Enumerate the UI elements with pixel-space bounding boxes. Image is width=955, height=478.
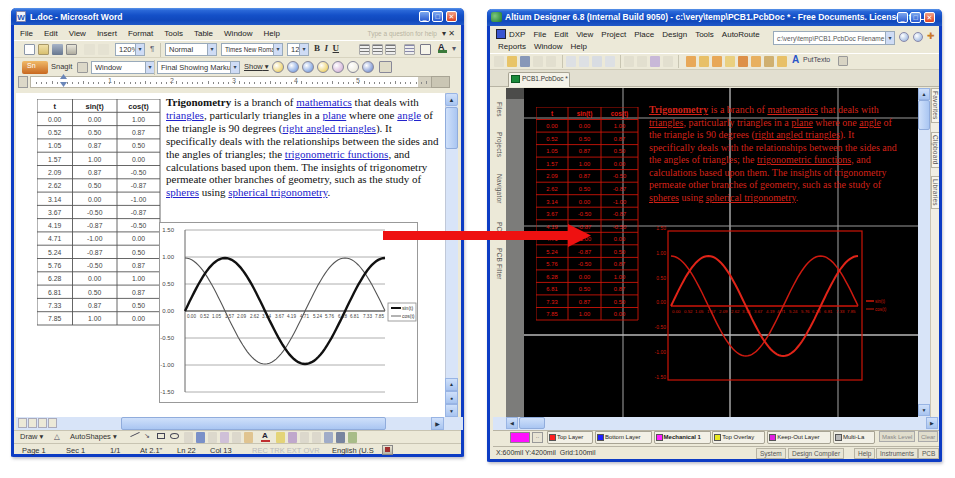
svg-text:-0.50: -0.50 <box>655 324 667 330</box>
svg-text:-0.50: -0.50 <box>578 261 591 267</box>
svg-text:4.19: 4.19 <box>766 309 775 314</box>
svg-text:0.52: 0.52 <box>200 314 209 319</box>
svg-text:-1.00: -1.00 <box>160 362 174 368</box>
svg-text:0.50: 0.50 <box>132 249 145 256</box>
svg-text:4.19: 4.19 <box>287 314 296 319</box>
svg-text:2.09: 2.09 <box>48 169 61 176</box>
svg-text:2.62: 2.62 <box>546 186 557 192</box>
svg-text:3.67: 3.67 <box>754 309 763 314</box>
svg-text:0.00: 0.00 <box>132 315 145 322</box>
svg-text:0.87: 0.87 <box>579 148 590 154</box>
svg-text:1.00: 1.00 <box>88 156 101 163</box>
svg-text:5.24: 5.24 <box>313 314 322 319</box>
svg-text:0.00: 0.00 <box>579 123 590 129</box>
svg-text:-1.00: -1.00 <box>87 235 103 242</box>
svg-text:-0.87: -0.87 <box>613 186 626 192</box>
svg-text:0.87: 0.87 <box>614 261 625 267</box>
svg-text:0.00: 0.00 <box>546 123 557 129</box>
svg-text:sin(t): sin(t) <box>577 110 593 118</box>
svg-text:0.00: 0.00 <box>48 116 61 123</box>
svg-text:0.00: 0.00 <box>132 235 145 242</box>
svg-text:0.00: 0.00 <box>656 299 666 305</box>
svg-text:sin(t): sin(t) <box>86 102 105 111</box>
svg-text:1.05: 1.05 <box>212 314 221 319</box>
svg-text:0.00: 0.00 <box>579 274 590 280</box>
svg-text:0.87: 0.87 <box>88 142 101 149</box>
svg-text:0.00: 0.00 <box>162 308 174 314</box>
svg-text:4.71: 4.71 <box>546 236 557 242</box>
svg-text:0.00: 0.00 <box>579 199 590 205</box>
svg-text:-1.00: -1.00 <box>655 349 667 355</box>
svg-text:0.00: 0.00 <box>672 309 681 314</box>
svg-text:1.00: 1.00 <box>614 123 625 129</box>
svg-text:0.50: 0.50 <box>614 148 625 154</box>
svg-text:7.33: 7.33 <box>836 309 845 314</box>
svg-text:0.87: 0.87 <box>88 169 101 176</box>
svg-text:-0.50: -0.50 <box>578 211 591 217</box>
svg-text:0.00: 0.00 <box>614 311 625 317</box>
svg-text:-0.87: -0.87 <box>613 211 626 217</box>
svg-text:2.62: 2.62 <box>250 314 259 319</box>
svg-text:cos(t): cos(t) <box>128 102 149 111</box>
svg-text:1.50: 1.50 <box>656 225 666 231</box>
svg-text:1.00: 1.00 <box>579 161 590 167</box>
svg-text:5.76: 5.76 <box>48 262 61 269</box>
svg-text:-0.87: -0.87 <box>578 224 591 230</box>
svg-text:cos(t): cos(t) <box>611 110 628 118</box>
svg-text:6.81: 6.81 <box>546 286 557 292</box>
svg-text:-0.87: -0.87 <box>131 182 147 189</box>
svg-text:1.00: 1.00 <box>162 254 174 260</box>
svg-text:0.00: 0.00 <box>88 275 101 282</box>
svg-text:3.14: 3.14 <box>48 196 61 203</box>
svg-text:0.52: 0.52 <box>684 309 693 314</box>
svg-text:-0.50: -0.50 <box>613 224 626 230</box>
svg-text:3.67: 3.67 <box>275 314 284 319</box>
svg-text:0.87: 0.87 <box>132 289 145 296</box>
svg-text:cos(t): cos(t) <box>875 307 887 312</box>
svg-text:6.81: 6.81 <box>48 289 61 296</box>
svg-text:0.00: 0.00 <box>187 314 196 319</box>
svg-text:6.81: 6.81 <box>824 309 833 314</box>
svg-text:-1.00: -1.00 <box>613 199 626 205</box>
svg-text:2.62: 2.62 <box>731 309 740 314</box>
svg-text:-0.50: -0.50 <box>87 209 103 216</box>
svg-text:1.00: 1.00 <box>656 250 666 256</box>
svg-text:5.76: 5.76 <box>801 309 810 314</box>
svg-text:7.85: 7.85 <box>48 315 61 322</box>
svg-text:1.50: 1.50 <box>162 227 174 233</box>
svg-text:t: t <box>53 102 56 111</box>
svg-text:0.87: 0.87 <box>579 299 590 305</box>
svg-text:2.09: 2.09 <box>719 309 728 314</box>
svg-text:7.33: 7.33 <box>48 302 61 309</box>
svg-text:5.76: 5.76 <box>546 261 557 267</box>
svg-text:3.67: 3.67 <box>546 211 557 217</box>
svg-text:1.00: 1.00 <box>614 274 625 280</box>
svg-text:3.14: 3.14 <box>546 199 558 205</box>
svg-text:1.00: 1.00 <box>88 315 101 322</box>
svg-text:5.24: 5.24 <box>789 309 798 314</box>
svg-text:1.57: 1.57 <box>546 161 557 167</box>
svg-text:1.00: 1.00 <box>579 311 590 317</box>
svg-text:0.87: 0.87 <box>614 286 625 292</box>
svg-text:0.50: 0.50 <box>132 142 145 149</box>
svg-text:-0.50: -0.50 <box>131 222 147 229</box>
svg-text:cos(t): cos(t) <box>402 313 415 319</box>
svg-text:-0.50: -0.50 <box>131 169 147 176</box>
svg-text:0.50: 0.50 <box>132 302 145 309</box>
svg-text:0.50: 0.50 <box>88 129 101 136</box>
svg-text:-1.00: -1.00 <box>131 196 147 203</box>
svg-text:1.05: 1.05 <box>546 148 557 154</box>
svg-text:0.50: 0.50 <box>579 186 590 192</box>
svg-text:sin(t): sin(t) <box>875 299 886 304</box>
svg-text:4.19: 4.19 <box>546 224 557 230</box>
svg-text:6.81: 6.81 <box>350 314 359 319</box>
svg-text:0.87: 0.87 <box>132 262 145 269</box>
svg-text:0.00: 0.00 <box>132 156 145 163</box>
svg-text:0.87: 0.87 <box>88 302 101 309</box>
svg-text:0.50: 0.50 <box>656 275 666 281</box>
svg-text:-0.50: -0.50 <box>160 335 174 341</box>
svg-text:1.05: 1.05 <box>695 309 704 314</box>
svg-text:-1.50: -1.50 <box>655 374 667 380</box>
svg-text:0.00: 0.00 <box>614 236 625 242</box>
svg-text:0.50: 0.50 <box>162 281 174 287</box>
